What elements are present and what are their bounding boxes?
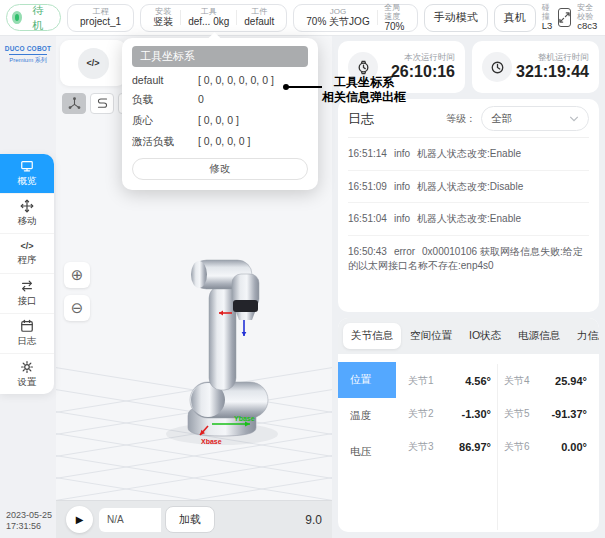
safety-check-label: 安全校验 — [577, 3, 597, 21]
expand-icon[interactable] — [558, 8, 571, 27]
code-view-button[interactable]: </> — [78, 48, 109, 79]
joint-row: 关节386.97° — [408, 430, 491, 463]
global-speed-label: 全局速度 — [384, 3, 404, 21]
program-file-field[interactable]: N/A — [99, 508, 161, 532]
sidebar-item-program[interactable]: </> 程序 — [0, 234, 54, 274]
robot-status-pill[interactable]: 待机 — [6, 4, 61, 31]
joint-row: 关节5-91.37° — [504, 397, 587, 430]
total-runtime-card: 整机运行时间 321:19:44 — [472, 41, 599, 93]
axes-icon — [68, 97, 81, 110]
tab-io-status[interactable]: IO状态 — [461, 323, 509, 349]
global-speed-value: 70% — [384, 21, 404, 33]
annotation-line1: 工具坐标系 — [316, 75, 412, 90]
play-button[interactable]: ▶ — [66, 506, 93, 533]
log-level-select[interactable]: 全部 — [481, 106, 589, 131]
play-icon: ▶ — [76, 514, 84, 525]
tab-space-position[interactable]: 空间位置 — [402, 323, 460, 349]
log-level: info — [394, 148, 410, 159]
side-tab-voltage[interactable]: 电压 — [338, 434, 396, 470]
log-time: 16:51:09 — [348, 181, 387, 192]
popup-row-value: 0 — [198, 93, 204, 107]
project-box[interactable]: 工程 project_1 — [67, 4, 134, 32]
tab-force-info[interactable]: 力信息 — [569, 323, 599, 349]
setup-box[interactable]: 安装 竖装 工具 def... 0kg 工件 default — [140, 4, 287, 32]
speed-box[interactable]: JOG 70% 关节JOG 全局速度 70% — [293, 4, 417, 32]
sidebar-item-label: 日志 — [18, 335, 37, 348]
move-icon — [20, 199, 34, 213]
joint-side-tabs: 位置 温度 电压 — [338, 362, 396, 532]
project-value: project_1 — [80, 16, 121, 28]
joint-value: -91.37° — [551, 408, 587, 420]
project-label: 工程 — [93, 7, 109, 16]
total-runtime-label: 整机运行时间 — [512, 52, 589, 63]
collision-label: 碰撞 — [542, 3, 553, 21]
joint-name: 关节5 — [504, 407, 530, 421]
log-time: 16:51:04 — [348, 213, 387, 224]
load-button[interactable]: 加载 — [165, 506, 215, 533]
zoom-out-button[interactable]: ⊖ — [64, 295, 90, 321]
workpiece-label: 工件 — [251, 7, 267, 16]
axes-view-button[interactable] — [62, 93, 86, 114]
workpiece-value: default — [244, 16, 274, 28]
side-tab-temperature[interactable]: 温度 — [338, 398, 396, 434]
real-machine-button[interactable]: 真机 — [494, 4, 536, 32]
joint-name: 关节6 — [504, 440, 530, 454]
sidebar-item-overview[interactable]: 概览 — [0, 154, 54, 194]
popup-row-value: [ 0, 0, 0 ] — [198, 114, 239, 128]
swap-arrows-icon — [20, 279, 34, 293]
sidebar-item-label: 概览 — [18, 175, 37, 188]
log-entry: 16:51:14info机器人状态改变:Enable — [348, 138, 589, 171]
joint-name: 关节3 — [408, 440, 434, 454]
modify-button[interactable]: 修改 — [132, 158, 308, 180]
joint-name: 关节4 — [504, 374, 530, 388]
viewport-zoom-controls: ⊕ ⊖ — [64, 262, 90, 321]
sidebar-item-log[interactable]: 日志 — [0, 314, 54, 354]
sidebar-item-settings[interactable]: 设置 — [0, 354, 54, 394]
side-tab-position[interactable]: 位置 — [338, 362, 396, 398]
mount-value: 竖装 — [153, 16, 173, 28]
log-message: 机器人状态改变:Disable — [417, 181, 523, 192]
popup-row-label: default — [132, 74, 198, 86]
joint-values: 关节14.56° 关节2-1.30° 关节386.97° 关节425.94° 关… — [396, 362, 599, 532]
popup-row-label: 负载 — [132, 93, 198, 107]
zoom-in-button[interactable]: ⊕ — [64, 262, 90, 288]
tool-label: 工具 — [201, 7, 217, 16]
path-view-button[interactable] — [90, 93, 114, 114]
divider — [180, 10, 181, 25]
brand-logo: DUCO COBOT Premium 系列 — [0, 36, 56, 65]
system-time: 17:31:56 — [6, 521, 52, 532]
popup-row-active-payload: 激活负载 [ 0, 0, 0, 0 ] — [132, 135, 308, 149]
annotation-text: 工具坐标系 相关信息弹出框 — [316, 75, 412, 105]
log-entry: 16:50:43error0x00010106 获取网络信息失败:给定的以太网接… — [348, 236, 589, 282]
left-sidebar: DUCO COBOT Premium 系列 概览 移动 </> 程序 接口 日志… — [0, 36, 56, 538]
robot-arm — [188, 260, 268, 436]
joint-row: 关节425.94° — [504, 364, 587, 397]
log-message: 机器人状态改变:Enable — [417, 148, 521, 159]
sidebar-item-label: 程序 — [18, 254, 37, 267]
safety-check-indicator[interactable]: 安全校验 c8c3 — [577, 3, 597, 32]
sidebar-item-interface[interactable]: 接口 — [0, 274, 54, 314]
jog-value: 70% 关节JOG — [306, 16, 369, 28]
log-level: info — [394, 181, 410, 192]
divider — [377, 10, 378, 25]
info-tabbar: 关节信息 空间位置 IO状态 电源信息 力信息 — [338, 318, 599, 354]
popup-row-payload: 负载 0 — [132, 93, 308, 107]
tab-power-info[interactable]: 电源信息 — [510, 323, 568, 349]
joint-value: 4.56° — [465, 375, 491, 387]
sidebar-item-move[interactable]: 移动 — [0, 194, 54, 234]
total-runtime-value: 321:19:44 — [512, 62, 589, 82]
collision-indicator[interactable]: 碰撞 L3 — [542, 3, 553, 32]
program-player-bar: ▶ N/A 加载 9.0 — [56, 500, 332, 538]
joint-name: 关节2 — [408, 407, 434, 421]
log-message: 机器人状态改变:Enable — [417, 213, 521, 224]
chevron-down-icon — [569, 115, 579, 123]
clock-icon — [482, 52, 512, 82]
manual-mode-button[interactable]: 手动模式 — [424, 4, 488, 32]
joint-row: 关节14.56° — [408, 364, 491, 397]
popup-row-value: [ 0, 0, 0, 0, 0, 0 ] — [198, 74, 274, 86]
divider — [236, 10, 237, 25]
log-level-value: 全部 — [491, 112, 512, 126]
tab-joint-info[interactable]: 关节信息 — [343, 323, 401, 349]
joint-value: 25.94° — [555, 375, 587, 387]
log-header: 日志 等级： 全部 — [348, 106, 589, 138]
